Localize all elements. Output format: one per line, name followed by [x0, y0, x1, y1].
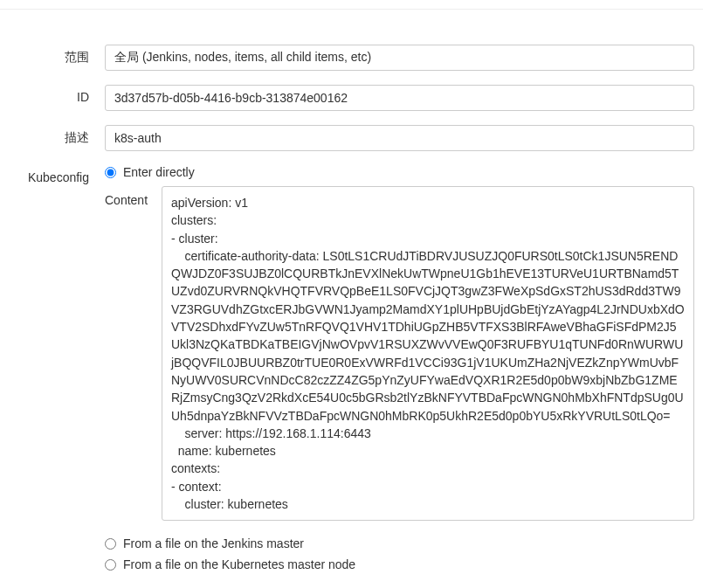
- id-input[interactable]: [105, 85, 694, 111]
- radio-from-kubernetes-master-input[interactable]: [105, 559, 116, 571]
- content-label: Content: [105, 186, 162, 521]
- radio-from-jenkins-master-input[interactable]: [105, 538, 116, 550]
- description-label: 描述: [9, 125, 105, 146]
- kubeconfig-label: Kubeconfig: [9, 165, 105, 184]
- credentials-form: 范围 ID 描述 Kubeconfig Enter directly Conte…: [0, 27, 703, 588]
- scope-row: 范围: [9, 45, 694, 71]
- id-label: ID: [9, 85, 105, 104]
- radio-enter-directly[interactable]: Enter directly: [105, 165, 694, 179]
- radio-from-kubernetes-master[interactable]: From a file on the Kubernetes master nod…: [105, 557, 694, 571]
- scope-label: 范围: [9, 45, 105, 66]
- scope-input[interactable]: [105, 45, 694, 71]
- radio-enter-directly-label: Enter directly: [123, 165, 195, 179]
- description-input[interactable]: [105, 125, 694, 151]
- radio-from-kubernetes-master-label: From a file on the Kubernetes master nod…: [123, 557, 355, 571]
- id-row: ID: [9, 85, 694, 111]
- kubeconfig-row: Kubeconfig Enter directly Content apiVer…: [9, 165, 694, 578]
- radio-from-jenkins-master-label: From a file on the Jenkins master: [123, 536, 304, 550]
- radio-enter-directly-input[interactable]: [105, 167, 116, 178]
- kubeconfig-content-textarea[interactable]: apiVersion: v1 clusters: - cluster: cert…: [162, 186, 694, 521]
- radio-from-jenkins-master[interactable]: From a file on the Jenkins master: [105, 536, 694, 550]
- description-row: 描述: [9, 125, 694, 151]
